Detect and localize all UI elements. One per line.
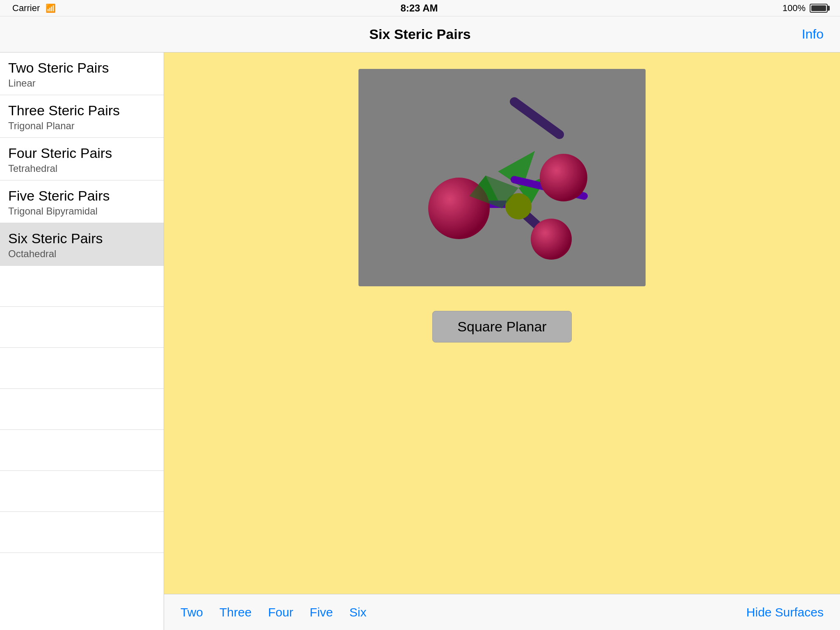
sidebar-item-six[interactable]: Six Steric Pairs Octahedral bbox=[0, 223, 164, 266]
hide-surfaces-button[interactable]: Hide Surfaces bbox=[746, 605, 824, 619]
sidebar-item-three-subtitle: Trigonal Planar bbox=[8, 120, 155, 132]
sidebar-item-six-title: Six Steric Pairs bbox=[8, 231, 155, 247]
carrier-label: Carrier bbox=[12, 3, 40, 14]
sidebar-empty-1 bbox=[0, 266, 164, 307]
atom-lower-right bbox=[531, 219, 572, 260]
sidebar-item-two[interactable]: Two Steric Pairs Linear bbox=[0, 52, 164, 95]
sidebar-item-five-title: Five Steric Pairs bbox=[8, 188, 155, 204]
wifi-icon: 📶 bbox=[46, 3, 56, 13]
nav-bar: Six Steric Pairs Info bbox=[0, 16, 840, 52]
time-label: 8:23 AM bbox=[400, 2, 438, 14]
nav-title: Six Steric Pairs bbox=[369, 26, 471, 42]
sidebar-item-three[interactable]: Three Steric Pairs Trigonal Planar bbox=[0, 95, 164, 138]
shape-label: Square Planar bbox=[432, 311, 571, 342]
sidebar-empty-4 bbox=[0, 389, 164, 430]
tab-five[interactable]: Five bbox=[310, 605, 333, 619]
main-layout: Two Steric Pairs Linear Three Steric Pai… bbox=[0, 52, 840, 630]
sidebar: Two Steric Pairs Linear Three Steric Pai… bbox=[0, 52, 164, 630]
sidebar-item-four-title: Four Steric Pairs bbox=[8, 145, 155, 161]
sidebar-item-three-title: Three Steric Pairs bbox=[8, 103, 155, 119]
svg-line-0 bbox=[514, 102, 559, 135]
sidebar-empty-5 bbox=[0, 430, 164, 471]
status-right: 100% bbox=[783, 3, 828, 14]
sidebar-empty-7 bbox=[0, 512, 164, 553]
sidebar-item-six-subtitle: Octahedral bbox=[8, 248, 155, 260]
sidebar-empty-6 bbox=[0, 471, 164, 512]
status-bar: Carrier 📶 8:23 AM 100% bbox=[0, 0, 840, 16]
shape-label-container: Square Planar bbox=[176, 311, 828, 342]
tab-six[interactable]: Six bbox=[349, 605, 367, 619]
sidebar-item-five[interactable]: Five Steric Pairs Trigonal Bipyramidal bbox=[0, 180, 164, 223]
bottom-toolbar: Two Three Four Five Six Hide Surfaces bbox=[164, 594, 840, 630]
tab-two[interactable]: Two bbox=[180, 605, 203, 619]
sidebar-item-four[interactable]: Four Steric Pairs Tetrahedral bbox=[0, 138, 164, 180]
content-inner: Square Planar bbox=[176, 65, 828, 630]
tab-four[interactable]: Four bbox=[268, 605, 293, 619]
status-left: Carrier 📶 bbox=[12, 3, 56, 14]
battery-percent-label: 100% bbox=[783, 3, 806, 14]
sidebar-empty-3 bbox=[0, 348, 164, 389]
sidebar-item-four-subtitle: Tetrahedral bbox=[8, 163, 155, 174]
info-button[interactable]: Info bbox=[802, 27, 824, 42]
bottom-tabs: Two Three Four Five Six bbox=[180, 605, 366, 619]
sidebar-item-two-title: Two Steric Pairs bbox=[8, 60, 155, 76]
sidebar-item-two-subtitle: Linear bbox=[8, 78, 155, 89]
molecule-svg bbox=[358, 69, 646, 286]
tab-three[interactable]: Three bbox=[219, 605, 251, 619]
sidebar-item-five-subtitle: Trigonal Bipyramidal bbox=[8, 205, 155, 217]
battery-icon bbox=[810, 4, 828, 13]
content-area: Square Planar Two Three Four Five Six Hi… bbox=[164, 52, 840, 630]
atom-upper-right bbox=[540, 154, 587, 201]
molecule-display bbox=[358, 69, 646, 286]
sidebar-empty-2 bbox=[0, 307, 164, 348]
